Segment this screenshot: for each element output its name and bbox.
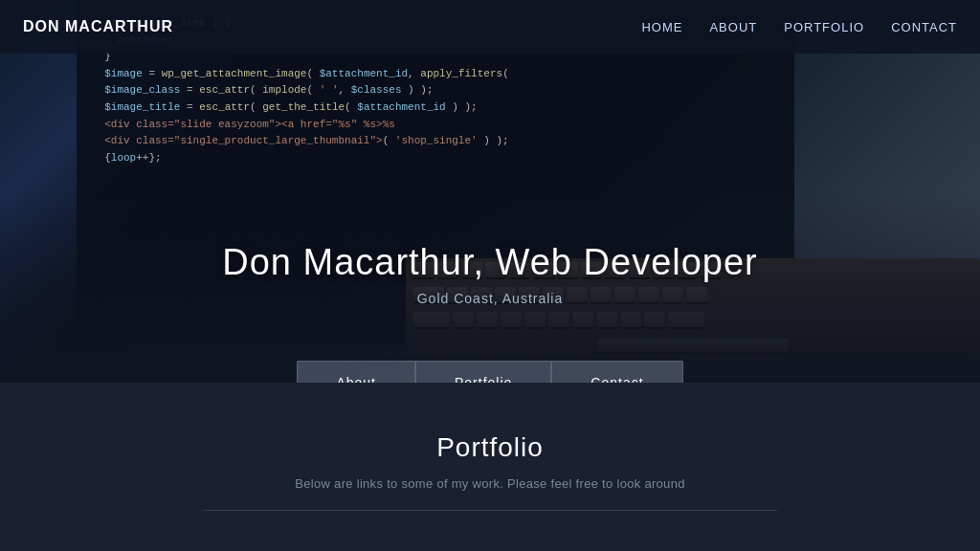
nav-link-contact[interactable]: CONTACT: [891, 20, 957, 34]
code-line: $image_title = esc_attr( get_the_title( …: [92, 99, 779, 117]
code-line: <div class="slide easyzoom"><a href="%s"…: [92, 117, 779, 134]
portfolio-title: Portfolio: [0, 432, 980, 463]
hero-title: Don Macarthur, Web Developer: [0, 242, 980, 283]
contact-button[interactable]: Contact: [551, 361, 682, 383]
nav-item-home[interactable]: HOME: [641, 18, 682, 35]
nav-link-portfolio[interactable]: PORTFOLIO: [784, 20, 864, 34]
portfolio-button[interactable]: Portfolio: [415, 361, 551, 383]
hero-subtitle: Gold Coast, Australia: [0, 291, 980, 306]
code-line: {loop++};: [92, 150, 779, 167]
nav-link-home[interactable]: HOME: [641, 20, 682, 34]
nav-item-contact[interactable]: CONTACT: [891, 18, 957, 35]
code-line: $image = wp_get_attachment_image( $attac…: [92, 66, 779, 83]
portfolio-section: Portfolio Below are links to some of my …: [0, 383, 980, 530]
navbar-links: HOME ABOUT PORTFOLIO CONTACT: [641, 18, 957, 35]
portfolio-subtitle: Below are links to some of my work. Plea…: [0, 476, 980, 491]
hero-buttons: About Portfolio Contact: [0, 361, 980, 383]
nav-link-about[interactable]: ABOUT: [709, 20, 757, 34]
navbar-brand: DON MACARTHUR: [23, 18, 173, 35]
hero-content: Don Macarthur, Web Developer Gold Coast,…: [0, 242, 980, 306]
nav-item-portfolio[interactable]: PORTFOLIO: [784, 18, 864, 35]
code-line: $image_class = esc_attr( implode( ' ', $…: [92, 82, 779, 99]
portfolio-divider: [203, 510, 777, 511]
navbar: DON MACARTHUR HOME ABOUT PORTFOLIO CONTA…: [0, 0, 980, 54]
about-button[interactable]: About: [297, 361, 415, 383]
hero-section: if ( $image_link ) { continue; } $image …: [0, 0, 980, 383]
code-line: <div class="single_product_large_thumbna…: [92, 133, 779, 150]
nav-item-about[interactable]: ABOUT: [709, 18, 757, 35]
